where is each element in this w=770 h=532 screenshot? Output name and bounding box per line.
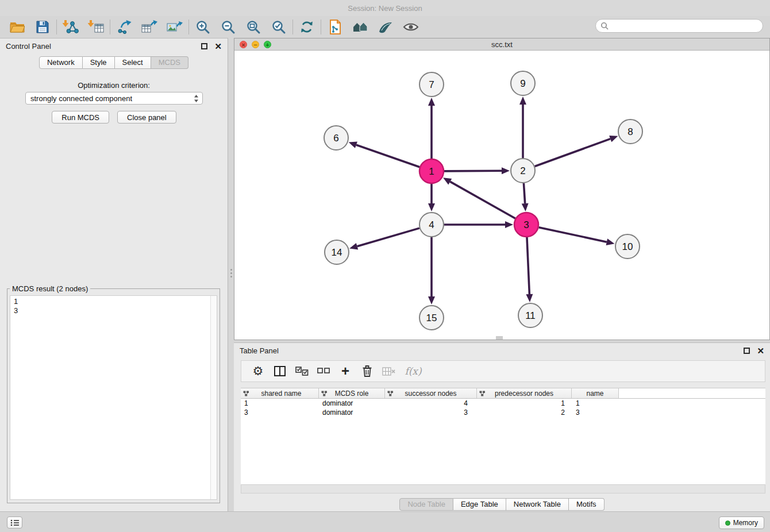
tab-edge-table[interactable]: Edge Table [453,498,506,511]
mcds-result-text-area[interactable]: 1 3 [10,295,217,500]
import-table-button[interactable] [83,18,109,36]
function-builder-button[interactable]: f(x) [400,363,426,380]
search-icon [600,22,609,30]
column-header-successor-nodes[interactable]: successor nodes [385,388,477,398]
graph-edge-arrowhead [428,203,435,211]
cell-name[interactable]: 3 [572,408,619,417]
network-overview-button[interactable] [348,18,373,36]
column-header-mcds-role[interactable]: MCDS role [319,388,385,398]
graph-edge-arrowhead [522,203,529,211]
graph-edge-2-8[interactable] [535,139,611,167]
memory-button[interactable]: Memory [719,516,764,529]
control-panel: Control Panel ✕ Network Style Select MCD… [0,38,228,511]
close-window-icon[interactable]: × [240,41,247,48]
result-scrollbar[interactable] [210,296,217,499]
network-snapshot-button[interactable] [322,18,348,36]
tab-motifs[interactable]: Motifs [569,498,605,511]
graph-edge-3-10[interactable] [539,228,607,242]
tab-style[interactable]: Style [83,56,115,69]
column-label: name [586,390,603,398]
zoom-fit-button[interactable] [241,18,266,36]
search-input[interactable] [611,20,758,32]
zoom-window-icon[interactable]: + [264,41,271,48]
table-panel-header: Table Panel ✕ [234,343,770,358]
zoom-selected-button[interactable] [266,18,291,36]
zoom-out-button[interactable] [215,18,241,36]
graph-edge-arrowhead [428,98,435,106]
apply-style-button[interactable] [373,18,398,36]
mcds-result-line: 3 [10,306,217,315]
table-row[interactable]: 3 dominator 3 2 3 [241,408,765,417]
graph-edge-1-6[interactable] [356,145,419,167]
app-window: Session: New Session [0,0,770,532]
page-network-icon [328,20,342,34]
graph-node-label: 6 [333,133,338,144]
zoom-selected-icon [271,20,286,34]
graph-edge-2-3[interactable] [523,183,525,203]
cell-name[interactable]: 1 [572,399,619,408]
import-network-button[interactable] [58,18,83,36]
tab-node-table[interactable]: Node Table [399,498,453,511]
panel-splitter[interactable] [229,265,233,280]
table-header-row: shared name MCDS role successor nodes pr… [241,388,765,399]
cell-successor-nodes[interactable]: 3 [385,408,477,417]
graph-edge-4-14[interactable] [357,228,419,246]
table-settings-button[interactable]: ⚙ [247,363,269,380]
export-network-button[interactable] [111,18,137,36]
network-canvas[interactable]: 7968124314101511 [234,51,769,340]
float-table-panel-icon[interactable] [744,348,750,354]
graph-edge-3-11[interactable] [527,237,529,294]
run-mcds-button[interactable]: Run MCDS [52,111,109,124]
close-table-panel-icon[interactable]: ✕ [757,346,764,355]
tab-mcds[interactable]: MCDS [151,56,188,69]
network-view-window: × − + scc.txt 7968124314101511 [234,38,770,340]
delete-column-button[interactable] [378,363,400,380]
network-window-titlebar: × − + scc.txt [234,38,769,51]
add-row-button[interactable]: + [334,363,356,380]
export-image-button[interactable] [162,18,187,36]
canvas-scrollbar-thumb[interactable] [496,336,503,340]
graph-node-label: 1 [429,166,434,177]
graph-edge-3-1[interactable] [450,182,515,218]
deselect-all-button[interactable] [313,363,334,380]
graph-node-label: 3 [523,219,529,230]
table-row[interactable]: 1 dominator 4 1 1 [241,399,765,408]
zoom-in-button[interactable] [190,18,215,36]
graph-edge-1-2[interactable] [444,171,502,171]
export-table-button[interactable] [137,18,162,36]
graph-edge-arrowhead [606,238,615,245]
close-panel-button[interactable]: Close panel [117,111,176,124]
select-all-button[interactable] [291,363,313,380]
zoom-out-icon [221,20,236,34]
save-session-button[interactable] [30,18,55,36]
open-file-button[interactable] [5,18,30,36]
memory-status-icon [725,521,730,526]
cell-mcds-role[interactable]: dominator [319,399,385,408]
show-columns-button[interactable] [269,363,291,380]
graph-edge-arrowhead [519,97,526,105]
column-header-predecessor-nodes[interactable]: predecessor nodes [477,388,572,398]
close-panel-icon[interactable]: ✕ [214,42,222,51]
delete-row-button[interactable] [356,363,378,380]
minimize-window-icon[interactable]: − [252,41,259,48]
column-header-shared-name[interactable]: shared name [241,388,319,398]
float-panel-icon[interactable] [201,43,207,49]
refresh-layout-button[interactable] [294,18,319,36]
optimization-criterion-select[interactable]: strongly connected component [25,92,203,105]
task-history-button[interactable] [7,516,22,529]
column-header-name[interactable]: name [572,388,619,398]
cell-successor-nodes[interactable]: 4 [385,399,477,408]
toolbar-separator [188,20,189,34]
delete-column-icon [382,367,396,376]
table-horizontal-scrollbar[interactable] [241,484,765,494]
tab-select[interactable]: Select [115,56,151,69]
cell-predecessor-nodes[interactable]: 1 [477,399,572,408]
cell-predecessor-nodes[interactable]: 2 [477,408,572,417]
show-hide-button[interactable] [398,18,424,36]
tab-network-table[interactable]: Network Table [506,498,569,511]
cell-shared-name[interactable]: 1 [241,399,319,408]
tab-network[interactable]: Network [39,56,83,69]
cell-shared-name[interactable]: 3 [241,408,319,417]
cell-mcds-role[interactable]: dominator [319,408,385,417]
table-header-filler [619,388,765,398]
